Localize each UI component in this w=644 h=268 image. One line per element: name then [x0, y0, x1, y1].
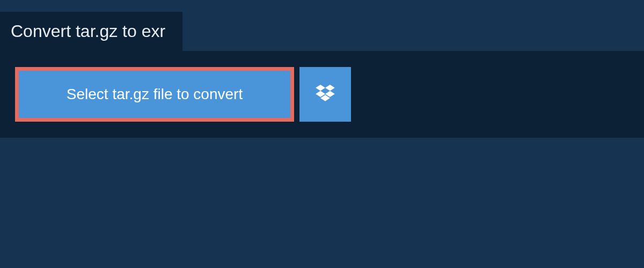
page-title: Convert tar.gz to exr	[11, 21, 165, 41]
select-file-label: Select tar.gz file to convert	[67, 86, 243, 103]
tab-header: Convert tar.gz to exr	[0, 12, 182, 51]
upload-panel: Select tar.gz file to convert	[0, 51, 644, 138]
select-file-button[interactable]: Select tar.gz file to convert	[15, 67, 294, 122]
dropbox-icon	[316, 85, 335, 104]
button-row: Select tar.gz file to convert	[15, 67, 629, 122]
dropbox-button[interactable]	[299, 67, 351, 122]
